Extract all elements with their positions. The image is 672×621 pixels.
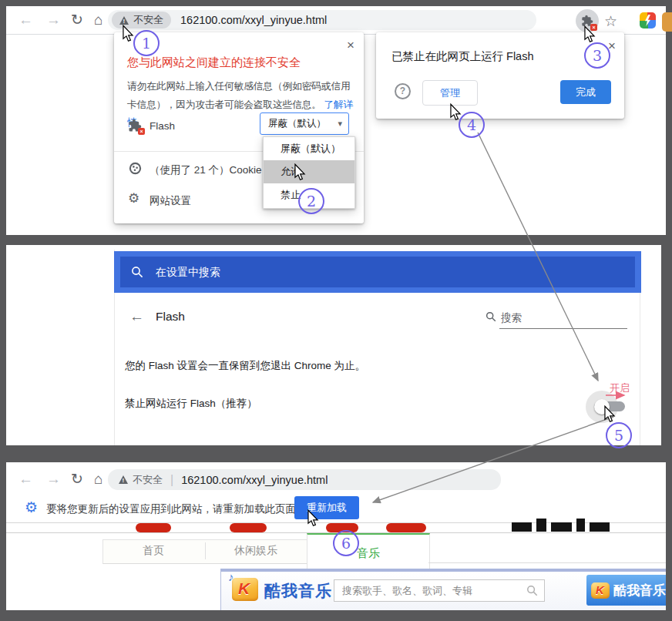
tab-music-label: 音乐	[357, 546, 380, 561]
step-3-badge: 3	[584, 42, 610, 69]
tab-entertainment[interactable]: 休闲娱乐	[206, 539, 306, 562]
tab-home[interactable]: 首页	[102, 539, 204, 562]
on-annotation: 开启	[610, 381, 630, 395]
home-icon[interactable]: ⌂	[94, 12, 102, 27]
cookie-label[interactable]: （使用了 21 个）Cookie	[150, 163, 262, 177]
infobar-text: 要将您更新后的设置应用到此网站，请重新加载此页面	[46, 502, 296, 516]
flash-permission-select[interactable]: 屏蔽（默认） ▾	[260, 112, 349, 135]
top-browser-panel: ← → ↻ ⌂ 不安全 162100.com/xxyl_yinyue.html …	[6, 6, 666, 235]
url-text: 162100.com/xxyl_yinyue.html	[181, 474, 328, 486]
tab-home-label: 首页	[143, 544, 164, 558]
kuwo-search-box	[334, 579, 545, 602]
settings-search-input[interactable]	[154, 265, 388, 279]
chip-divider: |	[170, 473, 173, 487]
close-icon[interactable]: ×	[347, 39, 354, 52]
page-logo-cutoff	[512, 522, 532, 532]
tab-music-active[interactable]: 音乐	[307, 533, 430, 570]
blocked-badge-icon: ×	[138, 128, 145, 135]
search-icon	[131, 266, 143, 278]
colorful-extension-icon[interactable]	[640, 12, 656, 29]
step-6-badge: 6	[333, 530, 359, 556]
step-1-badge: 1	[133, 30, 160, 56]
flash-toggle-label: 禁止网站运行 Flash（推荐）	[125, 397, 257, 411]
security-chip[interactable]: 不安全	[112, 12, 171, 29]
kuwo-k-glyph: K	[238, 579, 250, 598]
back-icon[interactable]: ←	[18, 472, 33, 486]
page-logo-cutoff	[576, 519, 585, 532]
help-icon[interactable]: ?	[395, 83, 411, 99]
page-red-button-cutoff	[386, 523, 426, 532]
reload-icon[interactable]: ↻	[71, 472, 83, 486]
kuwo-player-button[interactable]: K 酷我音乐	[586, 575, 666, 606]
settings-back-icon[interactable]: ←	[129, 308, 144, 325]
select-value: 屏蔽（默认）	[268, 117, 326, 130]
cursor-icon	[449, 103, 462, 121]
page-logo-cutoff	[551, 522, 572, 532]
search-icon[interactable]	[526, 585, 538, 596]
card-right-border	[640, 293, 640, 445]
kuwo-logo-icon: ♪ K	[232, 578, 258, 601]
kuwo-logo-icon: K	[591, 582, 610, 599]
done-button[interactable]: 完成	[560, 80, 611, 104]
page-red-button-cutoff	[230, 523, 267, 532]
gear-icon: ⚙	[128, 192, 139, 205]
done-label: 完成	[576, 86, 596, 99]
settings-page-title: Flash	[156, 310, 185, 324]
bolt-glyph	[645, 15, 650, 26]
flash-label: Flash	[150, 120, 175, 132]
url-text: 162100.com/xxyl_yinyue.html	[180, 14, 327, 26]
search-icon	[486, 311, 496, 322]
reload-infobar: ⚙ 要将您更新后的设置应用到此网站，请重新加载此页面 重新加载	[6, 493, 666, 523]
tab-entertainment-label: 休闲娱乐	[234, 544, 277, 558]
page-logo-cutoff	[536, 519, 546, 532]
home-icon[interactable]: ⌂	[94, 472, 102, 486]
kuwo-search-input[interactable]	[341, 584, 526, 597]
chevron-down-icon: ▾	[338, 119, 342, 129]
site-settings-label[interactable]: 网站设置	[150, 194, 191, 208]
reload-icon[interactable]: ↻	[71, 12, 83, 27]
cursor-icon	[583, 25, 596, 43]
settings-search-header	[114, 251, 641, 293]
back-icon[interactable]: ←	[18, 12, 33, 27]
flash-blocked-popup: × 已禁止在此网页上运行 Flash ? 管理 完成	[376, 32, 624, 119]
popup-body-text: 请勿在此网站上输入任何敏感信息（例如密码或信用卡信息），因为攻击者可能会盗取这些…	[127, 80, 351, 110]
settings-search-field[interactable]	[120, 257, 635, 287]
forward-icon[interactable]: →	[46, 12, 61, 27]
page-logo-cutoff	[590, 522, 610, 532]
step-5-badge: 5	[606, 422, 632, 448]
flash-row-icon: ×	[128, 119, 142, 133]
tutorial-composite: ← → ↻ ⌂ 不安全 162100.com/xxyl_yinyue.html …	[0, 0, 672, 621]
popup-title: 您与此网站之间建立的连接不安全	[127, 55, 301, 70]
security-label: 不安全	[133, 13, 163, 27]
manage-button[interactable]: 管理	[422, 80, 478, 106]
music-note-icon: ♪	[228, 570, 234, 583]
kuwo-brand: 酷我音乐	[264, 580, 332, 602]
flash-blocked-title: 已禁止在此网页上运行 Flash	[391, 49, 534, 64]
cursor-icon	[122, 25, 134, 42]
top-toolbar: ← → ↻ ⌂ 不安全 162100.com/xxyl_yinyue.html …	[6, 6, 666, 35]
cursor-icon	[294, 163, 306, 181]
manage-label: 管理	[440, 86, 460, 100]
option-block-default[interactable]: 屏蔽（默认）	[264, 137, 354, 160]
cursor-icon	[603, 405, 616, 423]
cookie-icon	[129, 162, 142, 175]
kuwo-k-glyph: K	[596, 583, 604, 596]
security-label: 不安全	[133, 473, 163, 487]
option-allow[interactable]: 允许	[264, 160, 354, 183]
reload-button[interactable]: 重新加载	[294, 496, 359, 519]
bookmark-star-icon[interactable]: ☆	[604, 12, 617, 30]
omnibox[interactable]: 不安全 | 162100.com/xxyl_yinyue.html	[108, 469, 501, 490]
step-2-badge: 2	[298, 188, 324, 214]
settings-gear-icon: ⚙	[25, 500, 38, 515]
cursor-icon	[307, 509, 319, 527]
settings-panel: ← Flash 您的 Flash 设置会一直保留到您退出 Chrome 为止。 …	[6, 245, 661, 445]
page-red-button-cutoff	[136, 523, 171, 532]
step-4-badge: 4	[459, 112, 485, 138]
forward-icon[interactable]: →	[46, 472, 61, 486]
settings-page-search-input[interactable]	[499, 307, 627, 329]
flash-note: 您的 Flash 设置会一直保留到您退出 Chrome 为止。	[125, 359, 365, 373]
omnibox[interactable]: 不安全 162100.com/xxyl_yinyue.html	[108, 10, 536, 30]
kuwo-button-label: 酷我音乐	[613, 582, 666, 599]
warning-icon	[119, 475, 128, 484]
kuwo-player-box: ♪ K 酷我音乐 K 酷我音乐	[220, 569, 666, 610]
